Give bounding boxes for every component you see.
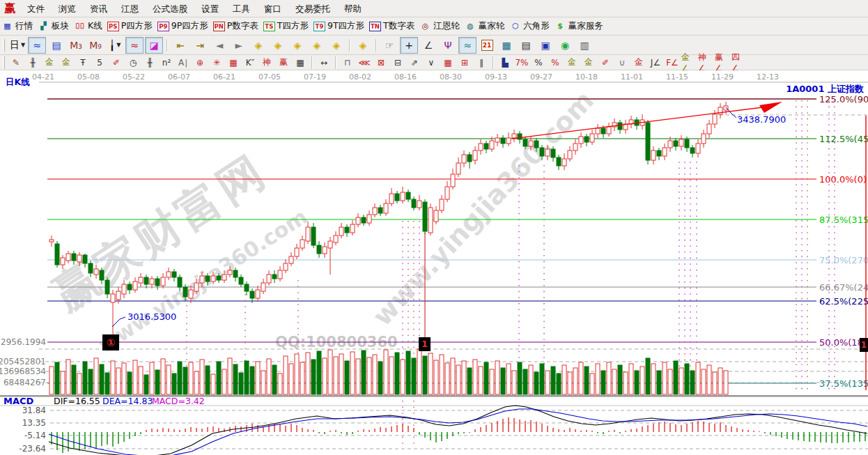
page-back-button[interactable]: ◄ xyxy=(210,37,228,54)
toolbar-button-winner-service[interactable]: $赢家服务 xyxy=(555,20,603,32)
gold-circle-button[interactable]: 金 xyxy=(564,56,580,70)
gold-angle-button[interactable]: 金 xyxy=(630,56,647,70)
shen-angle-button[interactable]: 神∠ xyxy=(697,56,714,70)
menu-item-6[interactable]: 工具 xyxy=(226,1,257,17)
f-ladder-button[interactable]: Ŧ xyxy=(75,56,91,70)
percent-line-button[interactable]: % xyxy=(547,56,564,70)
gann-diamond-all-button[interactable]: ◈ xyxy=(327,37,346,54)
gann-diamond-x-button[interactable]: ◈ xyxy=(308,37,326,54)
toolbar-button-9t-square[interactable]: T99T四方形 xyxy=(313,20,364,32)
bar-stats-button[interactable]: ▙ xyxy=(497,56,513,70)
calculator-button[interactable]: ▦ xyxy=(497,37,516,54)
menu-item-0[interactable]: 文件 xyxy=(20,1,52,17)
percent-button[interactable]: % xyxy=(530,56,547,70)
arrow-lines-button[interactable]: ⇗ xyxy=(406,56,423,70)
info-panel-button[interactable]: ▤ xyxy=(47,37,65,54)
menu-item-9[interactable]: 帮助 xyxy=(337,1,369,17)
zigzag-blue-button[interactable]: ≈ xyxy=(28,37,46,54)
gann-diamond-h-button[interactable]: ◈ xyxy=(288,37,307,54)
gann-diamond-move-button[interactable]: ◈ xyxy=(354,37,372,54)
a-line-button[interactable]: A∣ xyxy=(175,56,192,70)
crosshair-tool-button[interactable]: + xyxy=(400,37,418,54)
grid-arrow-button[interactable]: ⊞ xyxy=(456,56,473,70)
volume-bar xyxy=(529,365,533,394)
time-clock-button[interactable]: ◷ xyxy=(125,56,141,70)
toolbar-button-gann-wheel[interactable]: ◎江恩轮 xyxy=(419,20,460,32)
box-fan-button[interactable]: ⊠ xyxy=(373,56,389,70)
menu-item-2[interactable]: 资讯 xyxy=(83,1,114,17)
page-forward-button[interactable]: ► xyxy=(230,37,248,54)
v-lines-button[interactable]: ∨ xyxy=(423,56,440,70)
toolbar-button-p-square[interactable]: PSP四方形 xyxy=(107,20,153,32)
parallel-lines-button[interactable]: ∥ xyxy=(473,56,490,70)
chart-area[interactable]: 赢家财富网www.yingjia360.comwww.yingjia360.co… xyxy=(0,70,868,455)
candle-style-dropdown-button[interactable]: ╽▼ xyxy=(106,37,124,54)
price-ladder-button[interactable]: ╫ xyxy=(24,56,41,70)
ying-angle-button[interactable]: 赢∠ xyxy=(714,56,731,70)
toolbar-button-hexagon[interactable]: ⬡六角形 xyxy=(509,20,550,32)
j-angle-button[interactable]: J∠ xyxy=(647,56,664,70)
menu-item-7[interactable]: 窗口 xyxy=(257,1,288,17)
toolbar-button-t-square[interactable]: TST四方形 xyxy=(263,20,309,32)
pen-red-2-button[interactable]: ✐ xyxy=(597,56,614,70)
percent-7-button[interactable]: 7% xyxy=(513,56,530,70)
f-angle-button[interactable]: F∠ xyxy=(664,56,681,70)
toolbar-button-9p-square[interactable]: P99P四方形 xyxy=(157,20,208,32)
bars-9-button[interactable]: M₉ xyxy=(86,37,104,54)
kline-chart[interactable]: 赢家财富网www.yingjia360.comwww.yingjia360.co… xyxy=(0,70,868,455)
volume-profile-button[interactable]: ◪ xyxy=(145,37,163,54)
grid-red-2-button[interactable]: ▦ xyxy=(440,56,456,70)
pen-tool-button[interactable]: ✎ xyxy=(8,56,24,70)
hand-tool-button[interactable]: ☞ xyxy=(380,37,398,54)
cup-tool-button[interactable]: ∪ xyxy=(614,56,630,70)
four-angle-button[interactable]: 四∠ xyxy=(731,56,747,70)
toolbar-button-kline[interactable]: ⌷⌷K线 xyxy=(74,20,102,32)
menu-item-1[interactable]: 浏览 xyxy=(52,1,83,17)
gann-diamond-left-button[interactable]: ◈ xyxy=(249,37,268,54)
zigzag-red-button[interactable]: ≈ xyxy=(125,37,144,54)
toolbar-button-quotes[interactable]: ▦行情 xyxy=(1,20,33,32)
gann-diamond-right-button[interactable]: ◈ xyxy=(269,37,287,54)
web-sync-button[interactable]: ◉ xyxy=(556,37,574,54)
bars-3-button[interactable]: M₃ xyxy=(67,37,85,54)
volume-bar xyxy=(685,364,689,394)
toolbar-button-t-number-table[interactable]: TNT数字表 xyxy=(369,20,414,32)
dif-line xyxy=(49,406,867,455)
save-button[interactable]: ▣ xyxy=(536,37,555,54)
gold-angle-2-button[interactable]: 金∠ xyxy=(681,56,697,70)
pen-red-button[interactable]: ✐ xyxy=(108,56,125,70)
calendar-21-button[interactable]: 21 xyxy=(478,37,496,54)
ladder-2-button[interactable]: ╫ xyxy=(141,56,158,70)
grid-123-button[interactable]: ▦ xyxy=(292,56,309,70)
first-page-button[interactable]: ⇤ xyxy=(171,37,189,54)
gold-grid-2-button[interactable]: 金 xyxy=(58,56,75,70)
k-double-button[interactable]: K″ xyxy=(242,56,258,70)
gold-line-button[interactable]: 金 xyxy=(580,56,597,70)
ying-tool-button[interactable]: 赢 xyxy=(275,56,292,70)
toolbar-button-sectors[interactable]: ▞板块 xyxy=(38,20,69,32)
span-measure-button[interactable]: ↔ xyxy=(316,56,332,70)
gann-shape-tool-button[interactable]: Ψ xyxy=(439,37,457,54)
notes-button[interactable]: ▤ xyxy=(517,37,535,54)
menu-item-8[interactable]: 交易委托 xyxy=(288,1,337,17)
fan-red-button[interactable]: ⋘ xyxy=(356,56,373,70)
menu-item-3[interactable]: 江恩 xyxy=(114,1,146,17)
toolbar-button-winner-wheel[interactable]: ◍赢家轮 xyxy=(465,20,505,32)
last-page-button[interactable]: ⇥ xyxy=(191,37,209,54)
spiral-5-button[interactable]: 5 xyxy=(91,56,108,70)
star-red-button[interactable]: ✳ xyxy=(208,56,225,70)
circle-cross-red-button[interactable]: ⊕ xyxy=(192,56,208,70)
period-dropdown-button[interactable]: 日▼ xyxy=(8,37,26,54)
box-lines-button[interactable]: ⊟ xyxy=(389,56,406,70)
n-squared-button[interactable]: n² xyxy=(158,56,175,70)
shen-tool-button[interactable]: 神 xyxy=(258,56,275,70)
gold-grid-1-button[interactable]: 金 xyxy=(41,56,58,70)
zigzag-teal-button[interactable]: ≈ xyxy=(458,37,476,54)
angle-tool-button[interactable]: ∠ xyxy=(419,37,437,54)
box-tool-button[interactable]: ⊓ xyxy=(339,56,356,70)
grid-red-button[interactable]: ▦ xyxy=(225,56,242,70)
menu-item-4[interactable]: 公式选股 xyxy=(146,1,194,17)
print-button[interactable]: ▥ xyxy=(575,37,594,54)
toolbar-button-p-number-table[interactable]: PNP数字表 xyxy=(213,20,258,32)
menu-item-5[interactable]: 设置 xyxy=(194,1,226,17)
